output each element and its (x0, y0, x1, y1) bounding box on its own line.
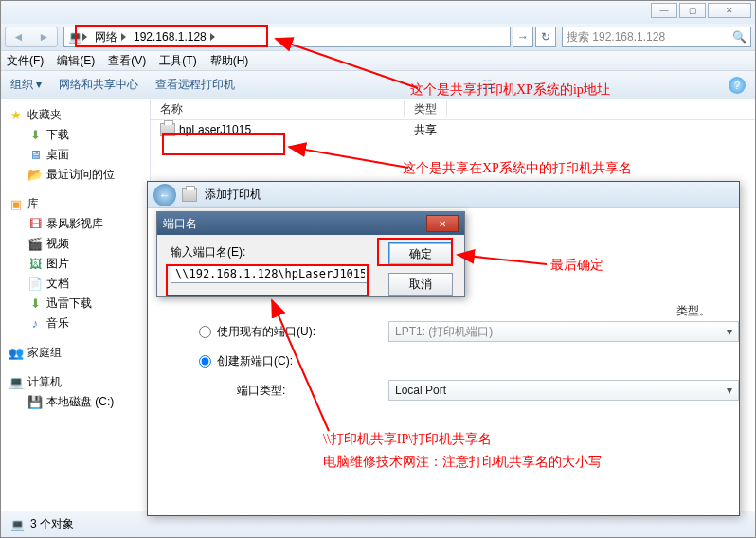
sidebar-item-video[interactable]: 🎬视频 (1, 234, 150, 254)
printer-icon (160, 123, 175, 136)
sidebar-item-xunlei[interactable]: ⬇迅雷下载 (1, 294, 150, 314)
port-name-dialog: 端口名 ✕ 输入端口名(E): 确定 取消 (156, 211, 465, 297)
breadcrumb-sep-icon (210, 33, 219, 41)
nav-back-forward[interactable]: ◄ ► (5, 27, 58, 47)
menu-tools[interactable]: 工具(T) (159, 53, 196, 69)
sidebar-homegroup[interactable]: 👥家庭组 (1, 343, 150, 363)
sidebar-item-pictures[interactable]: 🖼图片 (1, 254, 150, 274)
sidebar-item-label: 下载 (46, 127, 69, 143)
desktop-icon: 🖥 (27, 148, 43, 163)
sidebar-library-label: 库 (27, 196, 39, 212)
radio-existing-port-input[interactable] (199, 326, 211, 338)
maximize-button[interactable]: ▢ (679, 3, 706, 18)
star-icon: ★ (9, 108, 24, 123)
menu-bar: 文件(F) 编辑(E) 查看(V) 工具(T) 帮助(H) (1, 50, 755, 71)
existing-port-dropdown: LPT1: (打印机端口) (388, 321, 739, 342)
go-button[interactable]: → (513, 27, 533, 47)
sidebar-item-desktop[interactable]: 🖥桌面 (1, 145, 150, 165)
printer-icon (182, 188, 197, 202)
search-placeholder: 搜索 192.168.1.128 (567, 29, 665, 45)
music-icon: ♪ (27, 316, 43, 332)
homegroup-icon: 👥 (9, 346, 24, 361)
address-field[interactable]: 💻 网络 192.168.1.128 (63, 27, 511, 47)
computer-icon: 💻 (9, 375, 24, 390)
menu-file[interactable]: 文件(F) (7, 53, 44, 69)
minimize-button[interactable]: — (651, 3, 677, 18)
cell-printer-type: 共享 (405, 122, 446, 138)
breadcrumb-ip[interactable]: 192.168.1.128 (130, 30, 210, 44)
status-count: 3 个对象 (30, 516, 74, 532)
sidebar-item-downloads[interactable]: ⬇下载 (1, 125, 150, 145)
port-dialog-header: 端口名 ✕ (157, 212, 464, 235)
view-remote-printers-button[interactable]: 查看远程打印机 (155, 77, 235, 93)
printer-name-text: hpLaserJ1015 (179, 123, 251, 136)
sidebar-computer-label: 计算机 (27, 374, 62, 390)
cell-printer-name: hpLaserJ1015 (151, 123, 405, 136)
port-type-dropdown[interactable]: Local Port (388, 380, 739, 401)
sidebar-favorites[interactable]: ★收藏夹 (1, 105, 150, 125)
cancel-button[interactable]: 取消 (388, 273, 453, 296)
close-button[interactable]: ✕ (708, 3, 751, 18)
network-center-button[interactable]: 网络和共享中心 (59, 77, 138, 93)
sidebar-item-label: 本地磁盘 (C:) (46, 394, 114, 410)
address-bar: ◄ ► 💻 网络 192.168.1.128 → ↻ 搜索 192.168.1.… (1, 24, 755, 50)
organize-button[interactable]: 组织 ▾ (10, 77, 42, 93)
picture-icon: 🖼 (27, 257, 43, 272)
window-titlebar: — ▢ ✕ (1, 1, 755, 24)
refresh-button[interactable]: ↻ (535, 27, 556, 47)
sidebar-item-label: 暴风影视库 (46, 216, 103, 232)
menu-edit[interactable]: 编辑(E) (57, 53, 95, 69)
wizard-hint-suffix: 类型。 (676, 303, 711, 319)
radio-create-port[interactable]: 创建新端口(C): (199, 353, 707, 369)
radio-create-label: 创建新端口(C): (217, 353, 293, 369)
sidebar-item-label: 最近访问的位 (46, 167, 115, 183)
download-icon: ⬇ (27, 296, 43, 312)
list-header: 名称 类型 (151, 99, 755, 120)
ok-button[interactable]: 确定 (388, 242, 453, 265)
sidebar-item-label: 文档 (46, 276, 69, 292)
wizard-title: 添加打印机 (182, 187, 261, 203)
sidebar-computer[interactable]: 💻计算机 (1, 372, 150, 392)
sidebar-item-music[interactable]: ♪音乐 (1, 314, 150, 333)
help-icon[interactable]: ? (729, 77, 746, 94)
wizard-back-button[interactable]: ← (153, 184, 176, 206)
search-field[interactable]: 搜索 192.168.1.128 🔍 (562, 27, 751, 47)
sidebar-item-stormlib[interactable]: 🎞暴风影视库 (1, 214, 150, 234)
library-icon: ▣ (9, 197, 24, 212)
recent-icon: 📂 (27, 168, 43, 183)
view-mode-button[interactable]: ☷ (482, 79, 493, 92)
port-type-label: 端口类型: (237, 383, 285, 399)
command-bar: 组织 ▾ 网络和共享中心 查看远程打印机 ☷ ? (1, 71, 755, 99)
sidebar-item-localdisk[interactable]: 💾本地磁盘 (C:) (1, 392, 150, 412)
port-name-input[interactable] (171, 264, 369, 283)
disk-icon: 💾 (27, 395, 43, 410)
sidebar-item-recent[interactable]: 📂最近访问的位 (1, 165, 150, 185)
sidebar-library[interactable]: ▣库 (1, 194, 150, 214)
sidebar-item-label: 迅雷下载 (46, 296, 92, 312)
breadcrumb-sep-icon (82, 33, 91, 41)
menu-view[interactable]: 查看(V) (108, 53, 146, 69)
computer-icon: 💻 (10, 518, 25, 531)
wizard-header: ← 添加打印机 (148, 182, 739, 208)
video-icon: 🎬 (27, 237, 43, 252)
list-row-printer[interactable]: hpLaserJ1015 共享 (151, 120, 755, 139)
sidebar-item-label: 音乐 (46, 315, 69, 332)
sidebar-item-documents[interactable]: 📄文档 (1, 274, 150, 294)
port-dialog-close-button[interactable]: ✕ (426, 215, 459, 232)
film-icon: 🎞 (27, 217, 43, 232)
navigation-pane: ★收藏夹 ⬇下载 🖥桌面 📂最近访问的位 ▣库 🎞暴风影视库 🎬视频 🖼图片 📄… (1, 99, 151, 511)
port-dialog-title: 端口名 (163, 216, 197, 232)
radio-create-port-input[interactable] (199, 355, 211, 368)
sidebar-item-label: 视频 (46, 236, 69, 252)
column-header-type[interactable]: 类型 (405, 101, 447, 117)
forward-arrow-icon: ► (39, 30, 50, 44)
menu-help[interactable]: 帮助(H) (210, 53, 249, 69)
document-icon: 📄 (27, 277, 43, 292)
radio-existing-port[interactable]: 使用现有的端口(U): LPT1: (打印机端口) (199, 324, 707, 340)
breadcrumb-network[interactable]: 网络 (91, 29, 121, 45)
breadcrumb-sep-icon (121, 33, 130, 41)
sidebar-favorites-label: 收藏夹 (27, 107, 62, 123)
sidebar-item-label: 桌面 (46, 147, 69, 163)
column-header-name[interactable]: 名称 (151, 101, 405, 117)
download-icon: ⬇ (27, 128, 43, 143)
